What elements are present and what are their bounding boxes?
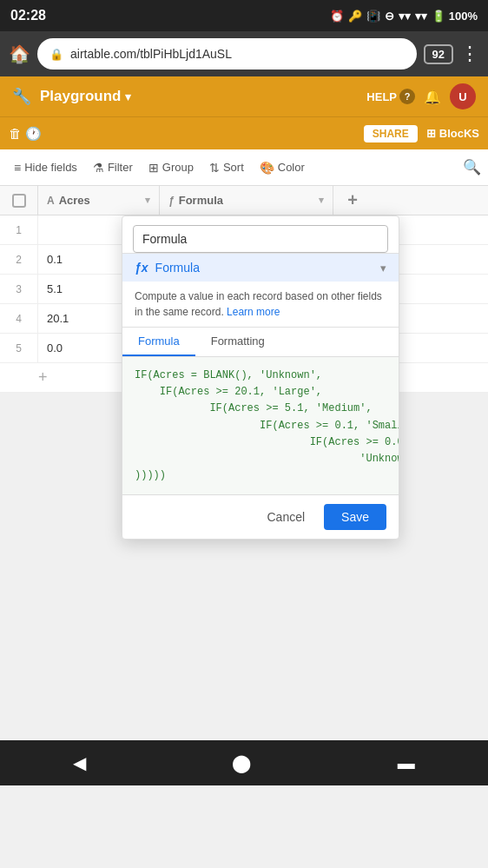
formula-option-label: Formula xyxy=(155,261,373,275)
help-button[interactable]: HELP ? xyxy=(366,89,415,104)
history-icon[interactable]: 🕐 xyxy=(25,126,42,142)
signal-icon: ▾▾ xyxy=(415,10,427,23)
popup-tabs: Formula Formatting xyxy=(122,328,399,357)
recents-button[interactable]: ▬ xyxy=(398,753,415,773)
tab-formula[interactable]: Formula xyxy=(122,328,195,356)
minus-circle-icon: ⊖ xyxy=(385,10,394,23)
help-circle-icon: ? xyxy=(399,89,415,104)
table-header: A Acres ▾ ƒ Formula ▾ + xyxy=(0,186,488,215)
hide-fields-icon: ≡ xyxy=(14,161,21,175)
row-number-5: 5 xyxy=(0,334,38,362)
filter-label: Filter xyxy=(108,161,133,174)
formula-col-dropdown-icon: ▾ xyxy=(319,195,324,206)
color-label: Color xyxy=(278,161,305,174)
blocks-button[interactable]: ⊞ BlocKS xyxy=(426,127,479,140)
formula-fx-icon: ƒx xyxy=(135,261,148,275)
group-label: Group xyxy=(162,161,194,174)
airtable-topbar: 🔧 Playground ▾ HELP ? 🔔 U xyxy=(0,76,488,116)
popup-search-area xyxy=(122,216,399,253)
dropdown-icon: ▾ xyxy=(145,195,150,206)
row-number-4: 4 xyxy=(0,304,38,333)
home-icon[interactable]: 🏠 xyxy=(9,43,30,64)
learn-more-link[interactable]: Learn more xyxy=(227,306,280,318)
group-button[interactable]: ⊞ Group xyxy=(142,156,201,179)
battery-icon: 🔋 100% xyxy=(432,10,478,23)
status-time: 02:28 xyxy=(10,8,46,23)
cancel-button[interactable]: Cancel xyxy=(256,505,315,529)
formula-option-item[interactable]: ƒx Formula ▾ xyxy=(122,253,399,282)
sort-label: Sort xyxy=(223,161,244,174)
tab-formatting[interactable]: Formatting xyxy=(195,328,280,356)
url-bar[interactable]: 🔒 airtable.com/tblPiHbLjd1AuSL xyxy=(37,38,417,70)
formula-col-label: Formula xyxy=(179,194,223,207)
header-acres[interactable]: A Acres ▾ xyxy=(38,186,160,215)
wifi-icon: ▾▾ xyxy=(399,10,411,23)
share-button[interactable]: SHARE xyxy=(364,125,418,142)
airtable-toolbar2: 🗑 🕐 SHARE ⊞ BlocKS xyxy=(0,116,488,149)
home-button[interactable]: ⬤ xyxy=(232,752,251,773)
app-name-text: Playground xyxy=(40,88,122,105)
header-formula[interactable]: ƒ Formula ▾ xyxy=(160,186,333,215)
at-logo-icon: 🔧 xyxy=(12,87,31,106)
back-button[interactable]: ◀ xyxy=(73,752,86,773)
group-icon: ⊞ xyxy=(148,161,159,175)
url-text: airtable.com/tblPiHbLjd1AuSL xyxy=(70,47,232,61)
tab-count[interactable]: 92 xyxy=(424,44,453,64)
formula-search-input[interactable] xyxy=(133,225,388,253)
row-number-2: 2 xyxy=(0,245,38,274)
hide-fields-label: Hide fields xyxy=(24,161,77,174)
filter-icon: ⚗ xyxy=(93,161,104,175)
checkbox-icon xyxy=(12,194,26,208)
table-toolbar: ≡ Hide fields ⚗ Filter ⊞ Group ⇅ Sort 🎨 … xyxy=(0,149,488,186)
color-button[interactable]: 🎨 Color xyxy=(253,156,312,179)
acres-col-label: Acres xyxy=(59,194,90,207)
sort-icon: ⇅ xyxy=(209,161,220,175)
app-name[interactable]: Playground ▾ xyxy=(40,88,131,105)
formula-dropdown-arrow: ▾ xyxy=(380,262,386,275)
save-button[interactable]: Save xyxy=(324,504,386,530)
add-column-button[interactable]: + xyxy=(333,186,372,215)
text-field-icon: A xyxy=(47,195,55,207)
sort-button[interactable]: ⇅ Sort xyxy=(202,156,251,179)
blocks-grid-icon: ⊞ xyxy=(426,127,436,140)
filter-button[interactable]: ⚗ Filter xyxy=(86,156,140,179)
lock-icon: 🔒 xyxy=(49,48,63,61)
browser-bar: 🏠 🔒 airtable.com/tblPiHbLjd1AuSL 92 ⋮ xyxy=(0,31,488,76)
user-avatar[interactable]: U xyxy=(450,83,476,109)
formula-code-area[interactable]: IF(Acres = BLANK(), 'Unknown', IF(Acres … xyxy=(122,357,399,495)
alarm-icon: ⏰ xyxy=(330,10,344,23)
android-nav: ◀ ⬤ ▬ xyxy=(0,740,488,785)
formula-description: Compute a value in each record based on … xyxy=(122,282,399,328)
row-number-3: 3 xyxy=(0,275,38,303)
status-bar: 02:28 ⏰ 🔑 📳 ⊖ ▾▾ ▾▾ 🔋 100% xyxy=(0,0,488,31)
row-number-1: 1 xyxy=(0,215,38,244)
search-icon[interactable]: 🔍 xyxy=(463,158,481,176)
key-icon: 🔑 xyxy=(348,10,362,23)
header-checkbox[interactable] xyxy=(0,186,38,215)
hide-fields-button[interactable]: ≡ Hide fields xyxy=(7,156,84,179)
table-area: A Acres ▾ ƒ Formula ▾ + 1 2 0.1 3 5.1 4 … xyxy=(0,186,488,393)
status-icons: ⏰ 🔑 📳 ⊖ ▾▾ ▾▾ 🔋 100% xyxy=(330,10,478,23)
vibrate-icon: 📳 xyxy=(366,10,380,23)
color-icon: 🎨 xyxy=(260,161,274,175)
formula-popup: ƒx Formula ▾ Compute a value in each rec… xyxy=(122,215,399,540)
trash-icon[interactable]: 🗑 xyxy=(9,126,22,141)
bell-icon[interactable]: 🔔 xyxy=(424,89,441,105)
popup-actions: Cancel Save xyxy=(122,495,399,539)
browser-menu-icon[interactable]: ⋮ xyxy=(460,43,479,65)
formula-field-icon: ƒ xyxy=(168,195,175,207)
app-name-caret: ▾ xyxy=(125,90,131,103)
